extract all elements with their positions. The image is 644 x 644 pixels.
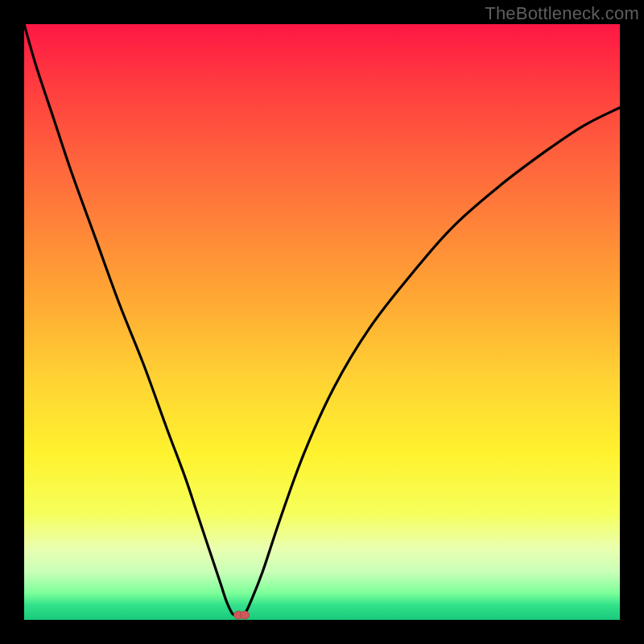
bottleneck-curve	[24, 24, 620, 615]
plot-area	[24, 24, 620, 620]
minimum-marker-dot-2	[241, 611, 250, 619]
curve-layer	[24, 24, 620, 620]
chart-frame: TheBottleneck.com	[0, 0, 644, 644]
watermark-text: TheBottleneck.com	[485, 3, 639, 24]
minimum-marker	[234, 611, 250, 619]
